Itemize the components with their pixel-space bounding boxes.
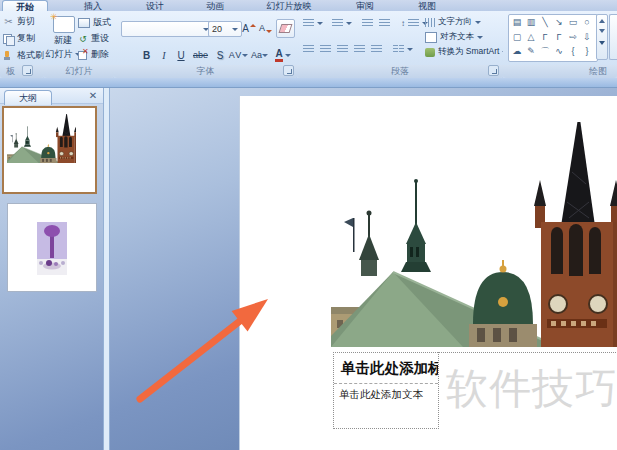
align-right-icon <box>337 45 348 54</box>
delete-button[interactable]: ✕ 删除 <box>78 48 109 61</box>
body-placeholder-text[interactable]: 单击此处添加文本 <box>339 388 438 402</box>
shape-placeholder-icon[interactable]: ▥ <box>524 16 538 29</box>
align-right-button[interactable] <box>337 45 348 54</box>
align-left-button[interactable] <box>303 45 314 54</box>
copy-icon <box>3 34 14 44</box>
line-spacing-icon <box>408 19 419 28</box>
group-font: 20 A A B I U abe S AV Aa A 字体 <box>114 11 298 78</box>
tab-animations[interactable]: 动画 <box>192 0 238 11</box>
text-direction-button[interactable]: 文字方向 <box>425 16 481 28</box>
arrange-button-partial[interactable] <box>609 14 617 60</box>
shape-line-icon[interactable]: ╲ <box>538 16 552 29</box>
bold-button[interactable]: B <box>138 47 155 63</box>
line-spacing-arrows-icon: ↕ <box>401 19 405 28</box>
shape-elbow-icon[interactable]: Γ <box>538 31 552 44</box>
copy-label: 复制 <box>17 32 35 45</box>
thumbnail-2-purple-image <box>37 222 67 275</box>
align-text-label: 对齐文本 <box>440 31 474 43</box>
text-shadow-button[interactable]: S <box>212 47 228 63</box>
clear-formatting-button[interactable] <box>276 19 295 38</box>
shape-freeform-icon[interactable]: ✎ <box>524 45 538 58</box>
grow-font-button[interactable]: A <box>241 20 257 36</box>
shape-rounded-rect-icon[interactable]: ▢ <box>510 31 524 44</box>
shape-triangle-icon[interactable]: △ <box>524 31 538 44</box>
decrease-indent-button[interactable] <box>362 19 373 28</box>
shape-left-brace-icon[interactable]: { <box>566 45 580 58</box>
font-dialog-launcher[interactable] <box>283 65 294 76</box>
slide-church-photo[interactable] <box>331 122 617 347</box>
clear-formatting-icon <box>279 24 293 33</box>
clipboard-dialog-launcher[interactable] <box>22 65 33 76</box>
align-text-button[interactable]: 对齐文本 <box>425 31 483 43</box>
gallery-more-icon[interactable] <box>599 41 605 45</box>
font-name-combobox[interactable] <box>121 21 213 37</box>
cut-button[interactable]: ✂ 剪切 <box>3 15 35 28</box>
scissors-icon: ✂ <box>3 16 14 27</box>
font-color-dropdown-icon <box>285 54 291 57</box>
close-pane-icon[interactable]: ✕ <box>86 89 100 102</box>
tab-slideshow[interactable]: 幻灯片放映 <box>250 0 328 11</box>
format-painter-button[interactable]: 格式刷 <box>3 49 44 62</box>
align-text-dropdown-icon <box>477 36 483 39</box>
shape-curve-icon[interactable]: ∿ <box>552 45 566 58</box>
reset-icon: ↺ <box>78 34 88 44</box>
shape-oval-icon[interactable]: ○ <box>580 16 594 29</box>
group-paragraph: ↕ 文字方向 对齐文本 转换为 SmartArt 段落 <box>297 11 504 78</box>
reset-button[interactable]: ↺ 重设 <box>78 32 109 45</box>
shape-textbox-icon[interactable]: ▤ <box>510 16 524 29</box>
slide-canvas[interactable]: 单击此处添加标题 单击此处添加文本 软件技巧 <box>239 96 617 450</box>
new-slide-label-2: 幻灯片 <box>46 48 73 61</box>
tab-view[interactable]: 视图 <box>404 0 450 11</box>
tab-design[interactable]: 设计 <box>132 0 178 11</box>
change-case-dropdown-icon <box>262 54 268 57</box>
tab-insert[interactable]: 插入 <box>70 0 116 11</box>
font-color-button[interactable]: A <box>272 47 294 63</box>
group-drawing: ▤ ▥ ╲ ↘ ▭ ○ ▢ △ Γ Γ ⇨ ⇩ ☁ ✎ ⌒ ∿ { } 绘图 <box>503 11 617 78</box>
slide-thumbnail-1[interactable] <box>2 106 97 194</box>
columns-button[interactable] <box>393 45 413 54</box>
shapes-gallery[interactable]: ▤ ▥ ╲ ↘ ▭ ○ ▢ △ Γ Γ ⇨ ⇩ ☁ ✎ ⌒ ∿ { } <box>508 14 598 62</box>
shape-right-brace-icon[interactable]: } <box>580 45 594 58</box>
new-slide-label-1: 新建 <box>54 34 72 47</box>
grow-font-label: A <box>242 23 249 34</box>
distribute-button[interactable] <box>371 45 382 54</box>
font-size-dropdown-icon <box>232 28 238 31</box>
shapes-gallery-scrollbar[interactable] <box>596 14 608 60</box>
shape-down-arrow-icon[interactable]: ⇩ <box>580 31 594 44</box>
caption-placeholder[interactable]: 单击此处添加标题 单击此处添加文本 <box>333 352 439 429</box>
tab-outline[interactable]: 大纲 <box>4 90 52 105</box>
gallery-scroll-down-icon[interactable] <box>599 29 605 33</box>
align-center-button[interactable] <box>320 45 331 54</box>
change-case-button[interactable]: Aa <box>250 47 269 63</box>
shrink-font-button[interactable]: A <box>258 20 273 36</box>
shape-elbow-arrow-icon[interactable]: Γ <box>552 31 566 44</box>
slide-thumbnail-2[interactable] <box>7 203 97 292</box>
title-placeholder-text[interactable]: 单击此处添加标题 <box>341 359 438 378</box>
paragraph-dialog-launcher[interactable] <box>488 65 499 76</box>
line-spacing-button[interactable]: ↕ <box>401 19 428 28</box>
shape-right-arrow-icon[interactable]: ⇨ <box>566 31 580 44</box>
tab-review[interactable]: 审阅 <box>342 0 388 11</box>
slides-group-label: 幻灯片 <box>66 65 93 78</box>
font-size-combobox[interactable]: 20 <box>208 21 242 37</box>
shape-arc-icon[interactable]: ⌒ <box>538 45 552 58</box>
shape-cloud-icon[interactable]: ☁ <box>510 45 524 58</box>
convert-smartart-button[interactable]: 转换为 SmartArt <box>425 46 508 58</box>
pane-splitter[interactable] <box>103 88 110 450</box>
copy-button[interactable]: 复制 <box>3 32 35 45</box>
numbering-button[interactable] <box>332 19 352 28</box>
underline-button[interactable]: U <box>173 47 189 63</box>
reset-label: 重设 <box>91 32 109 45</box>
character-spacing-button[interactable]: AV <box>229 47 248 63</box>
shape-arrow-line-icon[interactable]: ↘ <box>552 16 566 29</box>
bullets-button[interactable] <box>303 19 323 28</box>
justify-button[interactable] <box>354 45 365 54</box>
shape-rectangle-icon[interactable]: ▭ <box>566 16 580 29</box>
italic-button[interactable]: I <box>156 47 172 63</box>
layout-label: 版式 <box>93 16 111 29</box>
strikethrough-button[interactable]: abe <box>190 47 211 63</box>
increase-indent-button[interactable] <box>379 19 390 28</box>
new-slide-button[interactable]: ✳ 新建 幻灯片 <box>48 14 78 61</box>
gallery-scroll-up-icon[interactable] <box>599 19 605 23</box>
char-spacing-dropdown-icon <box>242 54 248 57</box>
